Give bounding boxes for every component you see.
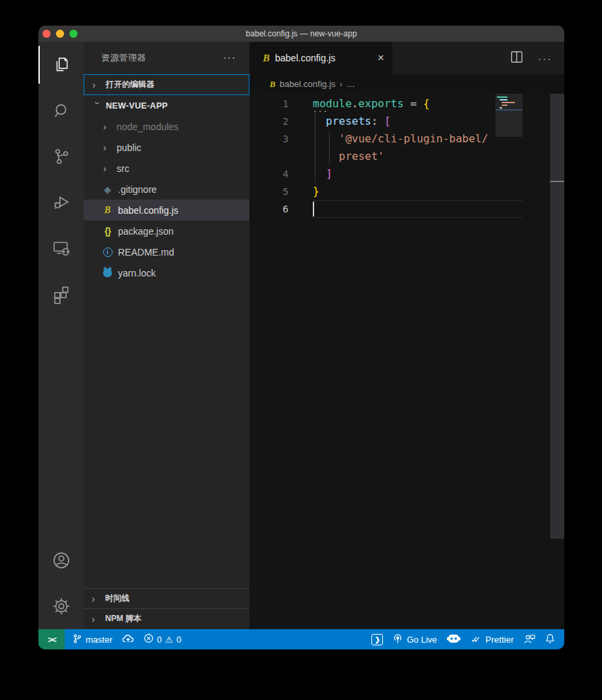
code-editor[interactable]: 1module.exports = {2 presets: [3 '@vue/c… [249,94,564,629]
tree-item-node_modules[interactable]: ›node_modules [84,116,249,137]
chevron-right-icon: › [92,614,102,624]
go-live-label: Go Live [407,635,437,645]
vscode-window: babel.config.js — new-vue-app [38,26,564,649]
tab-bar: B babel.config.js × ··· [249,42,564,74]
settings-button[interactable] [38,583,84,629]
traffic-lights [42,30,78,38]
sidebar-bottom-sections: › 时间线 › NPM 脚本 [84,588,249,629]
tab-babel-config[interactable]: B babel.config.js × [249,42,392,74]
breadcrumb-separator-icon: › [340,80,342,89]
code-runner-button[interactable]: ❯ [367,634,388,645]
activity-run-debug-button[interactable] [38,179,84,225]
explorer-sidebar: 资源管理器 ··· › 打开的编辑器 › NEW-VUE-APP ›node_m… [84,42,249,629]
babel-icon: B [102,205,113,216]
titlebar: babel.config.js — new-vue-app [38,26,564,42]
gear-icon [51,595,72,617]
code-lines: 1module.exports = {2 presets: [3 '@vue/c… [249,95,522,218]
browser-preview-button[interactable] [442,633,466,647]
sidebar-title: 资源管理器 [101,52,146,64]
tree-item-yarn.lock[interactable]: yarn.lock [84,262,249,283]
open-editors-section-header[interactable]: › 打开的编辑器 [84,74,249,95]
account-button[interactable] [38,537,84,583]
npm-scripts-label: NPM 脚本 [105,613,142,624]
workspace-root-row[interactable]: › NEW-VUE-APP [84,95,249,116]
chevron-right-icon: › [92,593,102,604]
activity-remote-explorer-button[interactable] [38,225,84,271]
double-check-icon: ✓✓ [471,635,476,645]
workspace-name: NEW-VUE-APP [106,101,168,111]
search-icon [51,100,71,121]
notifications-button[interactable] [540,633,560,646]
files-icon [51,55,71,75]
babel-icon: B [270,79,276,90]
sync-changes-button[interactable] [117,633,139,646]
prettier-label: Prettier [485,635,514,645]
tree-item-src[interactable]: ›src [84,158,249,179]
robot-icon [446,633,461,647]
chevron-right-icon: › [103,142,114,153]
branch-icon [72,633,82,646]
split-editor-icon[interactable] [510,51,523,66]
sidebar-more-actions-button[interactable]: ··· [223,52,236,64]
activity-bar [38,42,84,629]
code-line: 5} [249,183,522,200]
indent-guide [315,113,315,183]
cloud-upload-icon [122,633,134,646]
branch-name: master [86,635,113,645]
tab-label: babel.config.js [275,53,336,63]
go-live-button[interactable]: Go Live [388,633,442,646]
sidebar-header: 资源管理器 ··· [84,42,249,74]
open-editors-label: 打开的编辑器 [106,79,154,90]
problems-status[interactable]: 0 ⚠ 0 [139,633,186,645]
prettier-status[interactable]: ✓✓ Prettier [466,635,518,645]
activity-source-control-button[interactable] [38,134,84,179]
code-line: 4 ] [249,165,522,183]
editor-scrollbar[interactable] [550,94,564,539]
breadcrumb-more[interactable]: … [347,79,355,89]
npm-scripts-section-header[interactable]: › NPM 脚本 [84,608,249,629]
zoom-window-button[interactable] [69,30,78,38]
code-line: 6 [249,200,522,218]
minimap-current-line [495,109,522,111]
errors-icon [144,633,154,645]
code-line: 3 '@vue/cli-plugin-babel/ [249,130,522,148]
close-window-button[interactable] [42,30,51,38]
debug-icon [51,192,71,212]
activity-extensions-button[interactable] [38,271,84,317]
tree-item-public[interactable]: ›public [84,137,249,158]
remote-icon: >< [48,635,55,645]
chevron-right-icon: › [103,163,114,174]
breadcrumb[interactable]: B babel.config.js › … [249,74,564,94]
account-icon [51,550,72,571]
activity-search-button[interactable] [38,88,84,134]
minimize-window-button[interactable] [56,30,64,38]
code-line: preset' [249,148,522,165]
babel-icon: B [263,53,270,64]
remote-indicator[interactable]: >< [38,629,65,649]
json-icon: {} [102,226,113,237]
git-branch-status[interactable]: master [67,633,117,646]
more-actions-icon[interactable]: ··· [538,53,552,64]
text-cursor [313,202,314,216]
close-tab-icon[interactable]: × [378,51,384,65]
indent-guide [329,130,330,165]
extensions-icon [51,284,71,304]
tree-item-.gitignore[interactable]: ◆.gitignore [84,179,249,200]
broadcast-icon [392,633,403,646]
bell-icon [545,633,555,646]
tree-item-README.md[interactable]: iREADME.md [84,241,249,262]
run-code-icon: ❯ [371,634,383,645]
activity-explorer-button[interactable] [38,42,84,88]
remote-explorer-icon [51,238,71,258]
yarn-icon [102,268,113,277]
tree-item-babel.config.js[interactable]: Bbabel.config.js [84,200,249,221]
breadcrumb-file[interactable]: babel.config.js [280,79,336,89]
minimap[interactable] [495,94,522,175]
tree-item-package.json[interactable]: {}package.json [84,221,249,241]
git-icon: ◆ [102,184,113,195]
info-icon: i [102,247,113,257]
scrollbar-handle-edge [550,181,564,182]
timeline-section-header[interactable]: › 时间线 [84,588,249,608]
feedback-button[interactable] [518,633,540,646]
person-feedback-icon [523,633,535,646]
